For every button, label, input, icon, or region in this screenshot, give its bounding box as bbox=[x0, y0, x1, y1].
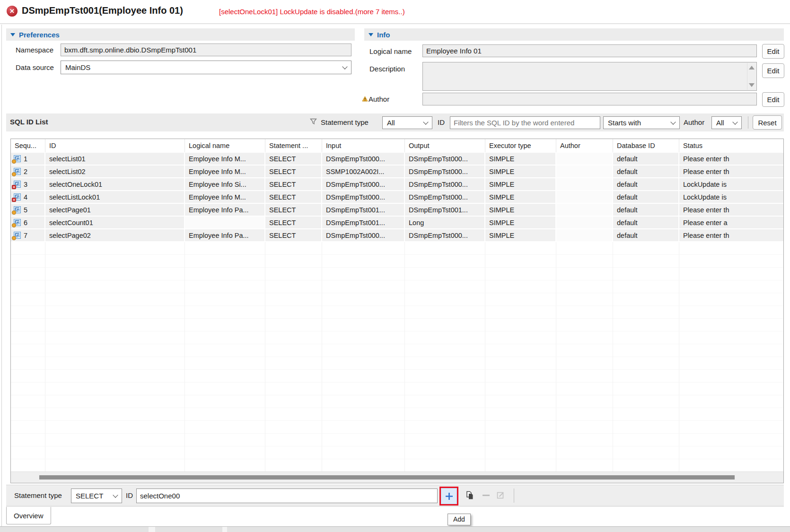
empty-row bbox=[11, 268, 783, 280]
info-section-header[interactable]: Info bbox=[364, 28, 784, 41]
scroll-down-icon[interactable] bbox=[749, 83, 755, 87]
empty-cell bbox=[322, 408, 405, 421]
column-header[interactable]: Output bbox=[405, 139, 485, 153]
table-header-row: Sequ...IDLogical nameStatement ...InputO… bbox=[11, 139, 783, 153]
empty-cell bbox=[679, 255, 784, 268]
table-row[interactable]: 6selectCount01SELECTDSmpEmpTst001...Long… bbox=[11, 217, 783, 229]
sql-item-icon bbox=[13, 167, 21, 175]
button-label: Edit bbox=[767, 47, 780, 55]
cell-input: DSmpEmpTst000... bbox=[322, 178, 405, 191]
copy-sql-button[interactable] bbox=[465, 490, 475, 500]
column-header[interactable]: ID bbox=[45, 139, 185, 153]
empty-cell bbox=[185, 383, 265, 395]
statement-type-filter-select[interactable]: All bbox=[382, 116, 432, 129]
empty-cell bbox=[405, 319, 485, 331]
empty-row bbox=[11, 370, 783, 383]
empty-cell bbox=[556, 268, 613, 280]
table-row[interactable]: 5selectPage01Employee Info Pa...SELECTDS… bbox=[11, 204, 783, 217]
add-sql-button[interactable] bbox=[441, 488, 457, 504]
empty-row bbox=[11, 293, 783, 306]
match-mode-select[interactable]: Starts with bbox=[603, 116, 680, 129]
column-header[interactable]: Statement ... bbox=[265, 139, 322, 153]
empty-cell bbox=[405, 395, 485, 408]
edit-logical-name-button[interactable]: Edit bbox=[762, 44, 784, 59]
cell-statement-type: SELECT bbox=[265, 153, 322, 166]
select-value: All bbox=[716, 119, 724, 127]
sequence-number: 2 bbox=[24, 168, 27, 175]
remove-sql-button[interactable] bbox=[481, 490, 491, 500]
logical-name-field[interactable] bbox=[422, 44, 757, 57]
empty-cell bbox=[11, 242, 45, 255]
namespace-field[interactable] bbox=[61, 44, 351, 56]
reset-filter-button[interactable]: Reset bbox=[753, 115, 782, 130]
description-field[interactable] bbox=[422, 62, 757, 91]
horizontal-scrollbar-thumb[interactable] bbox=[39, 475, 735, 480]
error-overlay-icon: × bbox=[12, 198, 16, 202]
empty-cell bbox=[556, 434, 613, 446]
empty-cell bbox=[185, 395, 265, 408]
empty-cell bbox=[11, 395, 45, 408]
column-header[interactable]: Database ID bbox=[613, 139, 679, 153]
new-sql-id-input[interactable] bbox=[136, 488, 438, 503]
edit-sql-button[interactable] bbox=[496, 490, 506, 500]
column-header[interactable]: Logical name bbox=[185, 139, 265, 153]
empty-cell bbox=[556, 446, 613, 459]
edit-author-button[interactable]: Edit bbox=[762, 92, 784, 107]
empty-cell bbox=[45, 344, 185, 357]
empty-cell bbox=[265, 331, 322, 344]
empty-cell bbox=[679, 331, 784, 344]
cell-statement-type: SELECT bbox=[265, 229, 322, 242]
empty-cell bbox=[185, 446, 265, 459]
table-row[interactable]: 7selectPage02Employee Info Pa...SELECTDS… bbox=[11, 229, 783, 242]
cell-id: selectListLock01 bbox=[45, 191, 185, 204]
scroll-up-icon[interactable] bbox=[749, 66, 755, 70]
author-filter-select[interactable]: All bbox=[711, 116, 742, 129]
empty-cell bbox=[322, 459, 405, 472]
datasource-select[interactable]: MainDS bbox=[61, 61, 351, 74]
table-row[interactable]: 1selectList01Employee Info M...SELECTDSm… bbox=[11, 153, 783, 166]
empty-cell bbox=[679, 421, 784, 434]
cell-author bbox=[556, 166, 613, 178]
column-header[interactable]: Author bbox=[556, 139, 613, 153]
edit-description-button[interactable]: Edit bbox=[762, 63, 784, 78]
preferences-section-header[interactable]: Preferences bbox=[6, 28, 355, 41]
empty-row bbox=[11, 344, 783, 357]
empty-cell bbox=[405, 280, 485, 293]
column-header[interactable]: Executor type bbox=[485, 139, 556, 153]
statement-type-select[interactable]: SELECT bbox=[71, 488, 122, 503]
cell-output: DSmpEmpTst000... bbox=[405, 153, 485, 166]
empty-cell bbox=[613, 319, 679, 331]
empty-cell bbox=[679, 459, 784, 472]
cell-seq: ×4 bbox=[11, 191, 45, 204]
cell-status: Please enter th bbox=[679, 229, 784, 242]
column-header[interactable]: Sequ... bbox=[11, 139, 45, 153]
column-header[interactable]: Status bbox=[679, 139, 784, 153]
empty-cell bbox=[45, 421, 185, 434]
tab-overview[interactable]: Overview bbox=[6, 507, 51, 524]
select-value: All bbox=[387, 119, 395, 127]
column-header[interactable]: Input bbox=[322, 139, 405, 153]
empty-cell bbox=[485, 319, 556, 331]
cell-database-id: default bbox=[613, 229, 679, 242]
description-scrollbar[interactable] bbox=[747, 63, 756, 90]
tooltip-label: Add bbox=[453, 515, 465, 523]
cell-database-id: default bbox=[613, 153, 679, 166]
table-row[interactable]: ×4selectListLock01Employee Info M...SELE… bbox=[11, 191, 783, 204]
horizontal-scrollbar[interactable] bbox=[11, 471, 783, 483]
cell-logical-name: Employee Info Si... bbox=[185, 178, 265, 191]
empty-cell bbox=[556, 383, 613, 395]
cell-executor-type: SIMPLE bbox=[485, 229, 556, 242]
namespace-label: Namespace bbox=[16, 46, 53, 54]
empty-cell bbox=[556, 293, 613, 306]
empty-cell bbox=[485, 421, 556, 434]
cell-input: DSmpEmpTst000... bbox=[322, 191, 405, 204]
cell-status: Please enter th bbox=[679, 166, 784, 178]
id-filter-input[interactable] bbox=[450, 116, 600, 129]
empty-cell bbox=[405, 370, 485, 383]
cell-output: DSmpEmpTst001... bbox=[405, 204, 485, 217]
author-field[interactable] bbox=[422, 93, 757, 105]
empty-cell bbox=[556, 280, 613, 293]
table-empty-area bbox=[11, 242, 783, 472]
table-row[interactable]: ×3selectOneLock01Employee Info Si...SELE… bbox=[11, 178, 783, 191]
table-row[interactable]: 2selectList02Employee Info M...SELECTSSM… bbox=[11, 166, 783, 178]
